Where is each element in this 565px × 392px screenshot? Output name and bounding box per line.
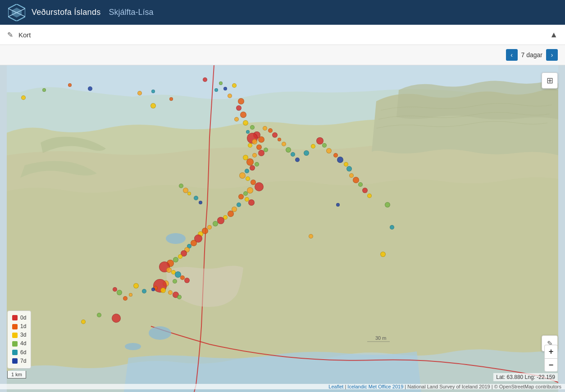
earthquake-dot[interactable]	[252, 153, 257, 158]
earthquake-dot[interactable]	[255, 162, 259, 167]
earthquake-dot[interactable]	[207, 225, 212, 230]
earthquake-dot[interactable]	[179, 184, 183, 188]
earthquake-dot[interactable]	[133, 283, 139, 288]
earthquake-dot[interactable]	[367, 194, 372, 198]
edit-icon[interactable]: ✎	[7, 31, 13, 39]
earthquake-dot[interactable]	[326, 148, 332, 153]
earthquake-dot[interactable]	[272, 132, 278, 138]
earthquake-dot[interactable]	[213, 221, 218, 226]
earthquake-dot[interactable]	[160, 288, 166, 293]
earthquake-dot[interactable]	[113, 287, 117, 292]
earthquake-dot[interactable]	[250, 125, 255, 130]
earthquake-dot[interactable]	[243, 191, 248, 196]
earthquake-dot[interactable]	[282, 142, 286, 146]
earthquake-dot[interactable]	[21, 95, 26, 100]
earthquake-dot[interactable]	[112, 314, 121, 323]
earthquake-dot[interactable]	[239, 172, 246, 179]
earthquake-dot[interactable]	[390, 225, 394, 230]
earthquake-dot[interactable]	[228, 211, 234, 217]
earthquake-dot[interactable]	[353, 177, 359, 183]
earthquake-dot[interactable]	[258, 136, 264, 143]
earthquake-dot[interactable]	[81, 320, 86, 324]
earthquake-dot[interactable]	[123, 296, 128, 301]
earthquake-dot[interactable]	[336, 203, 340, 207]
earthquake-dot[interactable]	[238, 98, 244, 104]
earthquake-dot[interactable]	[311, 144, 315, 149]
earthquake-dot[interactable]	[183, 188, 188, 193]
earthquake-dot[interactable]	[137, 91, 142, 95]
earthquake-dot[interactable]	[304, 150, 309, 156]
earthquake-dot[interactable]	[268, 128, 273, 133]
earthquake-dot[interactable]	[223, 87, 227, 90]
earthquake-dot[interactable]	[309, 234, 313, 239]
earthquake-dot[interactable]	[173, 257, 178, 262]
earthquake-dot[interactable]	[385, 202, 390, 207]
earthquake-dot[interactable]	[246, 158, 254, 166]
earthquake-dot[interactable]	[250, 165, 255, 171]
earthquake-dot[interactable]	[237, 203, 241, 207]
earthquake-dot[interactable]	[346, 166, 352, 171]
earthquake-dot[interactable]	[129, 293, 132, 297]
earthquake-dot[interactable]	[234, 117, 239, 122]
earthquake-dot[interactable]	[246, 176, 250, 181]
earthquake-dot[interactable]	[150, 103, 156, 108]
earthquake-dot[interactable]	[278, 138, 281, 141]
earthquake-dot[interactable]	[256, 144, 262, 150]
earthquake-dot[interactable]	[169, 97, 173, 101]
earthquake-dot[interactable]	[333, 153, 338, 158]
earthquake-dot[interactable]	[291, 152, 295, 157]
earthquake-dot[interactable]	[168, 290, 173, 295]
earthquake-dot[interactable]	[238, 194, 244, 199]
earthquake-dot[interactable]	[219, 81, 223, 85]
earthquake-dot[interactable]	[184, 278, 190, 283]
earthquake-dot[interactable]	[358, 182, 363, 187]
next-days-button[interactable]: ›	[546, 49, 558, 61]
leaflet-link[interactable]: Leaflet	[328, 384, 343, 389]
collapse-button[interactable]: ▲	[550, 30, 558, 40]
earthquake-dot[interactable]	[236, 105, 241, 111]
earthquake-dot[interactable]	[97, 313, 101, 317]
earthquake-dot[interactable]	[228, 94, 232, 98]
map-container[interactable]: 30 m ⊞ ✎ + − 0d1d3d4d6d7d 1 km Lat: 63.8…	[0, 65, 565, 392]
earthquake-dot[interactable]	[295, 158, 300, 162]
earthquake-dot[interactable]	[344, 162, 348, 167]
earthquake-dot[interactable]	[178, 254, 182, 259]
earthquake-dot[interactable]	[177, 295, 182, 299]
earthquake-dot[interactable]	[255, 182, 264, 191]
earthquake-dot[interactable]	[217, 217, 224, 224]
earthquake-dot[interactable]	[68, 83, 72, 87]
earthquake-dot[interactable]	[248, 199, 255, 206]
earthquake-dot[interactable]	[243, 120, 248, 126]
earthquake-dot[interactable]	[199, 201, 202, 204]
earthquake-dot[interactable]	[263, 126, 267, 131]
earthquake-dot[interactable]	[248, 143, 252, 148]
prev-days-button[interactable]: ‹	[506, 49, 518, 61]
earthquake-dot[interactable]	[42, 88, 46, 92]
earthquake-dot[interactable]	[232, 83, 237, 88]
zoom-in-button[interactable]: +	[544, 345, 558, 358]
earthquake-dot[interactable]	[245, 169, 249, 173]
earthquake-dot[interactable]	[88, 86, 92, 91]
earthquake-dot[interactable]	[191, 240, 197, 246]
earthquake-dot[interactable]	[117, 290, 122, 295]
earthquake-dot[interactable]	[362, 188, 368, 193]
earthquake-dot[interactable]	[258, 150, 264, 156]
earthquake-dot[interactable]	[337, 157, 343, 163]
earthquake-dot[interactable]	[194, 196, 198, 200]
earthquake-dot[interactable]	[142, 289, 146, 293]
earthquake-dot[interactable]	[252, 139, 257, 144]
earthquake-dot[interactable]	[173, 279, 177, 284]
earthquake-dot[interactable]	[247, 187, 253, 194]
earthquake-dot[interactable]	[151, 90, 155, 93]
earthquake-dot[interactable]	[322, 143, 327, 148]
earthquake-dot[interactable]	[349, 173, 354, 178]
zoom-out-button[interactable]: −	[544, 358, 558, 372]
earthquake-dot[interactable]	[151, 288, 155, 291]
imo-link[interactable]: Icelandic Met Office 2019	[347, 384, 403, 389]
earthquake-dot[interactable]	[214, 88, 218, 92]
earthquake-dot[interactable]	[380, 252, 386, 257]
earthquake-dot[interactable]	[203, 77, 207, 82]
earthquake-dot[interactable]	[286, 147, 291, 153]
earthquake-dot[interactable]	[187, 192, 191, 195]
earthquake-dot[interactable]	[240, 112, 246, 118]
